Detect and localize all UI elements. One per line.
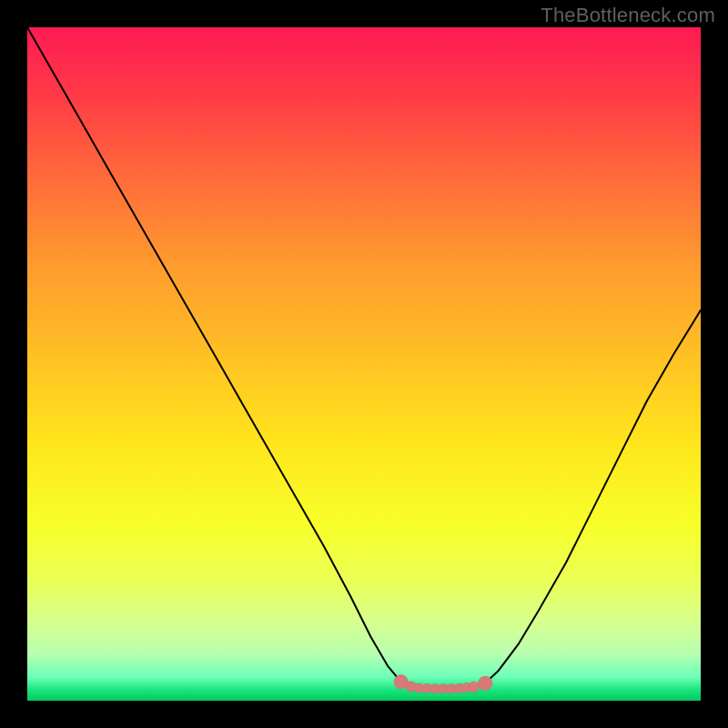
valley-marker: [479, 676, 492, 690]
chart-plot-area: [27, 27, 701, 701]
gradient-background: [27, 27, 701, 701]
watermark-text: TheBottleneck.com: [541, 4, 715, 27]
chart-svg: [27, 27, 701, 701]
chart-frame: TheBottleneck.com: [0, 0, 728, 728]
valley-marker: [469, 682, 480, 693]
